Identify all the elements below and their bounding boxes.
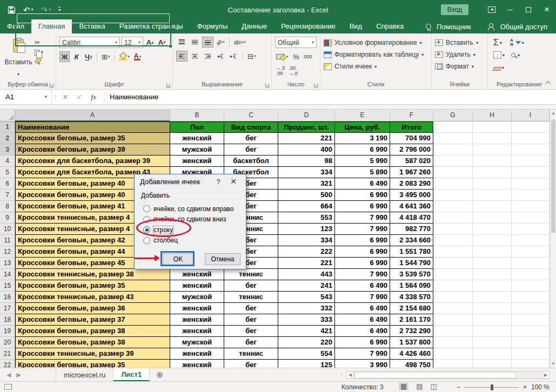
hscroll-resize-handle[interactable]: ⁞ <box>340 371 342 378</box>
cell-C2[interactable]: бег <box>224 133 278 144</box>
cell-I19[interactable] <box>512 326 550 337</box>
cell-A14[interactable]: Кроссовки теннисные, размер 38 <box>15 269 170 280</box>
scroll-right-icon[interactable]: ▶ <box>542 371 550 379</box>
cell-D19[interactable]: 421 <box>278 326 335 337</box>
cell-E21[interactable]: 7 990 <box>335 348 390 360</box>
accounting-format-button[interactable]: ▾ <box>275 51 290 62</box>
comma-style-button[interactable]: 000 <box>303 51 313 62</box>
add-sheet-icon[interactable]: ⊕ <box>150 368 170 381</box>
cell-E13[interactable]: 6 990 <box>335 258 390 269</box>
cell-I2[interactable] <box>512 133 550 144</box>
row-header-3[interactable]: 3 <box>0 144 15 156</box>
cell-C17[interactable]: бег <box>224 303 278 314</box>
cell-A1[interactable]: Наименование <box>15 121 170 133</box>
cell-H2[interactable] <box>473 133 512 144</box>
cell-E3[interactable]: 6 990 <box>335 144 390 156</box>
cell-B22[interactable]: женский <box>170 360 224 368</box>
cell-E4[interactable]: 5 990 <box>335 156 390 167</box>
cell-I15[interactable] <box>512 280 550 292</box>
cell-H7[interactable] <box>473 190 512 201</box>
ok-button[interactable]: OK <box>163 253 193 265</box>
minimize-button[interactable] <box>501 0 519 19</box>
cell-I4[interactable] <box>512 156 550 167</box>
cell-H20[interactable] <box>473 337 512 348</box>
cell-H6[interactable] <box>473 178 512 190</box>
radio-icon[interactable] <box>143 237 150 244</box>
radio-option-3[interactable]: строку <box>143 225 173 234</box>
cell-I22[interactable] <box>512 360 550 368</box>
cell-H9[interactable] <box>473 212 512 224</box>
cell-styles-button[interactable]: Стили ячеек▾ <box>324 60 428 72</box>
cell-H19[interactable] <box>473 326 512 337</box>
cell-E10[interactable]: 7 990 <box>335 224 390 235</box>
cell-F17[interactable]: 2 154 680 <box>390 303 433 314</box>
cell-F14[interactable]: 3 539 570 <box>390 269 433 280</box>
cell-F10[interactable]: 982 770 <box>390 224 433 235</box>
cell-G19[interactable] <box>433 326 473 337</box>
cell-F11[interactable]: 2 334 660 <box>390 235 433 246</box>
cell-G7[interactable] <box>433 190 473 201</box>
row-header-21[interactable]: 21 <box>0 348 15 360</box>
align-bottom-button[interactable] <box>202 37 213 48</box>
cell-F18[interactable]: 2 161 170 <box>390 314 433 326</box>
cell-I3[interactable] <box>512 144 550 156</box>
cell-F1[interactable]: Итого <box>390 121 433 133</box>
cell-D14[interactable]: 443 <box>278 269 335 280</box>
fill-button[interactable]: ↓▾ <box>493 50 505 60</box>
cell-G20[interactable] <box>433 337 473 348</box>
cell-A18[interactable]: Кроссовки беговые, размер 37 <box>15 314 170 326</box>
zoom-slider[interactable] <box>465 387 519 388</box>
cell-B3[interactable]: мужской <box>170 144 224 156</box>
cell-I21[interactable] <box>512 348 550 360</box>
row-header-16[interactable]: 16 <box>0 292 15 303</box>
cell-H22[interactable] <box>473 360 512 368</box>
format-cells-button[interactable]: Формат▾ <box>435 60 484 72</box>
cell-B16[interactable]: мужской <box>170 292 224 303</box>
paste-button[interactable]: Вставить ▾ <box>3 37 34 79</box>
cell-F20[interactable]: 1 537 800 <box>390 337 433 348</box>
tab-вид[interactable]: Вид <box>343 19 370 33</box>
cell-B21[interactable]: женский <box>170 348 224 360</box>
formula-bar-handle[interactable]: ⁞ <box>52 94 58 100</box>
cell-I20[interactable] <box>512 337 550 348</box>
cell-B15[interactable]: женский <box>170 280 224 292</box>
cell-H12[interactable] <box>473 246 512 258</box>
cell-I16[interactable] <box>512 292 550 303</box>
cell-G5[interactable] <box>433 167 473 178</box>
cell-E1[interactable]: Цена, руб. <box>335 121 390 133</box>
tab-рецензирование[interactable]: Рецензирование <box>274 19 342 33</box>
cell-D15[interactable]: 241 <box>278 280 335 292</box>
row-header-1[interactable]: 1 <box>0 121 15 133</box>
cell-C18[interactable]: бег <box>224 314 278 326</box>
macro-record-icon[interactable] <box>4 384 12 390</box>
delete-cells-button[interactable]: Удалить▾ <box>435 49 484 60</box>
insert-cells-button[interactable]: Вставить▾ <box>435 37 484 49</box>
cell-D1[interactable]: Продано, шт. <box>278 121 335 133</box>
cell-C16[interactable]: теннис <box>224 292 278 303</box>
tab-данные[interactable]: Данные <box>235 19 274 33</box>
increase-decimal-button[interactable]: ←.0,00 <box>275 65 286 76</box>
cell-G22[interactable] <box>433 360 473 368</box>
cell-C14[interactable]: теннис <box>224 269 278 280</box>
page-break-view-icon[interactable]: ◫ <box>431 382 437 390</box>
shrink-font-button[interactable]: А▾ <box>157 37 167 48</box>
tab-файл[interactable]: Файл <box>0 19 31 33</box>
cell-A19[interactable]: Кроссовки беговые, размер 38 <box>15 326 170 337</box>
row-header-5[interactable]: 5 <box>0 167 15 178</box>
cell-H4[interactable] <box>473 156 512 167</box>
scroll-left-icon[interactable]: ◀ <box>346 371 354 379</box>
cell-G14[interactable] <box>433 269 473 280</box>
zoom-slider-thumb[interactable] <box>491 384 493 390</box>
cell-E9[interactable]: 7 990 <box>335 212 390 224</box>
cell-D8[interactable]: 664 <box>278 201 335 212</box>
row-header-20[interactable]: 20 <box>0 337 15 348</box>
cell-E6[interactable]: 6 490 <box>335 178 390 190</box>
format-painter-button[interactable] <box>35 58 43 65</box>
align-center-button[interactable] <box>189 51 200 62</box>
cell-G21[interactable] <box>433 348 473 360</box>
cell-G13[interactable] <box>433 258 473 269</box>
tab-главная[interactable]: Главная <box>31 19 72 33</box>
clipboard-dialog-launcher-icon[interactable] <box>50 83 54 87</box>
sort-filter-button[interactable]: АЯ▾ <box>510 38 524 48</box>
zoom-out-icon[interactable]: − <box>457 383 460 391</box>
